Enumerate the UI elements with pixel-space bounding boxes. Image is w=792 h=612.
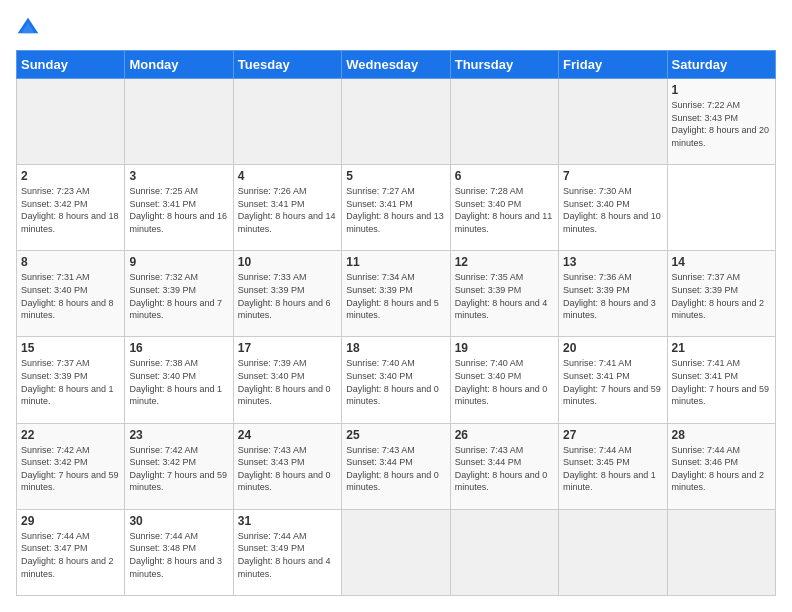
day-number: 23 (129, 428, 228, 442)
day-number: 6 (455, 169, 554, 183)
empty-cell (559, 509, 667, 595)
empty-cell (233, 79, 341, 165)
day-info: Sunrise: 7:44 AMSunset: 3:49 PMDaylight:… (238, 530, 337, 580)
day-number: 11 (346, 255, 445, 269)
day-number: 28 (672, 428, 771, 442)
day-info: Sunrise: 7:43 AMSunset: 3:44 PMDaylight:… (346, 444, 445, 494)
day-number: 2 (21, 169, 120, 183)
day-cell-11: 11Sunrise: 7:34 AMSunset: 3:39 PMDayligh… (342, 251, 450, 337)
day-cell-20: 20Sunrise: 7:41 AMSunset: 3:41 PMDayligh… (559, 337, 667, 423)
week-row-3: 15Sunrise: 7:37 AMSunset: 3:39 PMDayligh… (17, 337, 776, 423)
day-info: Sunrise: 7:43 AMSunset: 3:44 PMDaylight:… (455, 444, 554, 494)
day-info: Sunrise: 7:38 AMSunset: 3:40 PMDaylight:… (129, 357, 228, 407)
empty-cell (342, 509, 450, 595)
week-row-0: 1Sunrise: 7:22 AMSunset: 3:43 PMDaylight… (17, 79, 776, 165)
day-cell-6: 6Sunrise: 7:28 AMSunset: 3:40 PMDaylight… (450, 165, 558, 251)
day-info: Sunrise: 7:42 AMSunset: 3:42 PMDaylight:… (21, 444, 120, 494)
day-cell-12: 12Sunrise: 7:35 AMSunset: 3:39 PMDayligh… (450, 251, 558, 337)
day-number: 15 (21, 341, 120, 355)
logo (16, 16, 44, 40)
day-cell-30: 30Sunrise: 7:44 AMSunset: 3:48 PMDayligh… (125, 509, 233, 595)
day-header-saturday: Saturday (667, 51, 775, 79)
day-cell-22: 22Sunrise: 7:42 AMSunset: 3:42 PMDayligh… (17, 423, 125, 509)
empty-cell (667, 509, 775, 595)
day-info: Sunrise: 7:40 AMSunset: 3:40 PMDaylight:… (455, 357, 554, 407)
empty-cell (125, 79, 233, 165)
day-cell-14: 14Sunrise: 7:37 AMSunset: 3:39 PMDayligh… (667, 251, 775, 337)
day-number: 13 (563, 255, 662, 269)
day-cell-8: 8Sunrise: 7:31 AMSunset: 3:40 PMDaylight… (17, 251, 125, 337)
day-info: Sunrise: 7:39 AMSunset: 3:40 PMDaylight:… (238, 357, 337, 407)
day-number: 1 (672, 83, 771, 97)
day-header-friday: Friday (559, 51, 667, 79)
day-cell-4: 4Sunrise: 7:26 AMSunset: 3:41 PMDaylight… (233, 165, 341, 251)
day-cell-24: 24Sunrise: 7:43 AMSunset: 3:43 PMDayligh… (233, 423, 341, 509)
day-info: Sunrise: 7:26 AMSunset: 3:41 PMDaylight:… (238, 185, 337, 235)
day-number: 25 (346, 428, 445, 442)
day-info: Sunrise: 7:27 AMSunset: 3:41 PMDaylight:… (346, 185, 445, 235)
day-number: 14 (672, 255, 771, 269)
week-row-5: 29Sunrise: 7:44 AMSunset: 3:47 PMDayligh… (17, 509, 776, 595)
empty-cell (342, 79, 450, 165)
calendar-header-row: SundayMondayTuesdayWednesdayThursdayFrid… (17, 51, 776, 79)
day-cell-26: 26Sunrise: 7:43 AMSunset: 3:44 PMDayligh… (450, 423, 558, 509)
day-info: Sunrise: 7:30 AMSunset: 3:40 PMDaylight:… (563, 185, 662, 235)
day-info: Sunrise: 7:32 AMSunset: 3:39 PMDaylight:… (129, 271, 228, 321)
day-cell-1: 1Sunrise: 7:22 AMSunset: 3:43 PMDaylight… (667, 79, 775, 165)
day-info: Sunrise: 7:44 AMSunset: 3:46 PMDaylight:… (672, 444, 771, 494)
day-info: Sunrise: 7:33 AMSunset: 3:39 PMDaylight:… (238, 271, 337, 321)
day-cell-17: 17Sunrise: 7:39 AMSunset: 3:40 PMDayligh… (233, 337, 341, 423)
day-info: Sunrise: 7:42 AMSunset: 3:42 PMDaylight:… (129, 444, 228, 494)
day-cell-15: 15Sunrise: 7:37 AMSunset: 3:39 PMDayligh… (17, 337, 125, 423)
day-number: 18 (346, 341, 445, 355)
calendar: SundayMondayTuesdayWednesdayThursdayFrid… (16, 50, 776, 596)
day-cell-19: 19Sunrise: 7:40 AMSunset: 3:40 PMDayligh… (450, 337, 558, 423)
day-number: 24 (238, 428, 337, 442)
empty-cell (450, 79, 558, 165)
day-info: Sunrise: 7:34 AMSunset: 3:39 PMDaylight:… (346, 271, 445, 321)
day-cell-2: 2Sunrise: 7:23 AMSunset: 3:42 PMDaylight… (17, 165, 125, 251)
day-number: 17 (238, 341, 337, 355)
day-number: 3 (129, 169, 228, 183)
day-cell-21: 21Sunrise: 7:41 AMSunset: 3:41 PMDayligh… (667, 337, 775, 423)
day-info: Sunrise: 7:36 AMSunset: 3:39 PMDaylight:… (563, 271, 662, 321)
day-info: Sunrise: 7:25 AMSunset: 3:41 PMDaylight:… (129, 185, 228, 235)
day-cell-5: 5Sunrise: 7:27 AMSunset: 3:41 PMDaylight… (342, 165, 450, 251)
logo-icon (16, 16, 40, 40)
day-cell-16: 16Sunrise: 7:38 AMSunset: 3:40 PMDayligh… (125, 337, 233, 423)
day-number: 19 (455, 341, 554, 355)
empty-cell (450, 509, 558, 595)
header (16, 16, 776, 40)
day-number: 27 (563, 428, 662, 442)
day-info: Sunrise: 7:23 AMSunset: 3:42 PMDaylight:… (21, 185, 120, 235)
day-header-thursday: Thursday (450, 51, 558, 79)
day-cell-18: 18Sunrise: 7:40 AMSunset: 3:40 PMDayligh… (342, 337, 450, 423)
day-header-wednesday: Wednesday (342, 51, 450, 79)
day-number: 31 (238, 514, 337, 528)
day-info: Sunrise: 7:37 AMSunset: 3:39 PMDaylight:… (21, 357, 120, 407)
day-number: 8 (21, 255, 120, 269)
day-cell-25: 25Sunrise: 7:43 AMSunset: 3:44 PMDayligh… (342, 423, 450, 509)
day-cell-10: 10Sunrise: 7:33 AMSunset: 3:39 PMDayligh… (233, 251, 341, 337)
day-info: Sunrise: 7:44 AMSunset: 3:48 PMDaylight:… (129, 530, 228, 580)
day-number: 29 (21, 514, 120, 528)
day-info: Sunrise: 7:44 AMSunset: 3:47 PMDaylight:… (21, 530, 120, 580)
day-cell-27: 27Sunrise: 7:44 AMSunset: 3:45 PMDayligh… (559, 423, 667, 509)
page: SundayMondayTuesdayWednesdayThursdayFrid… (0, 0, 792, 612)
day-cell-9: 9Sunrise: 7:32 AMSunset: 3:39 PMDaylight… (125, 251, 233, 337)
day-info: Sunrise: 7:43 AMSunset: 3:43 PMDaylight:… (238, 444, 337, 494)
day-info: Sunrise: 7:41 AMSunset: 3:41 PMDaylight:… (563, 357, 662, 407)
day-header-tuesday: Tuesday (233, 51, 341, 79)
day-info: Sunrise: 7:28 AMSunset: 3:40 PMDaylight:… (455, 185, 554, 235)
day-number: 30 (129, 514, 228, 528)
day-number: 9 (129, 255, 228, 269)
week-row-2: 8Sunrise: 7:31 AMSunset: 3:40 PMDaylight… (17, 251, 776, 337)
day-info: Sunrise: 7:41 AMSunset: 3:41 PMDaylight:… (672, 357, 771, 407)
day-number: 5 (346, 169, 445, 183)
day-number: 10 (238, 255, 337, 269)
day-info: Sunrise: 7:31 AMSunset: 3:40 PMDaylight:… (21, 271, 120, 321)
day-number: 16 (129, 341, 228, 355)
day-cell-23: 23Sunrise: 7:42 AMSunset: 3:42 PMDayligh… (125, 423, 233, 509)
day-info: Sunrise: 7:22 AMSunset: 3:43 PMDaylight:… (672, 99, 771, 149)
day-info: Sunrise: 7:35 AMSunset: 3:39 PMDaylight:… (455, 271, 554, 321)
